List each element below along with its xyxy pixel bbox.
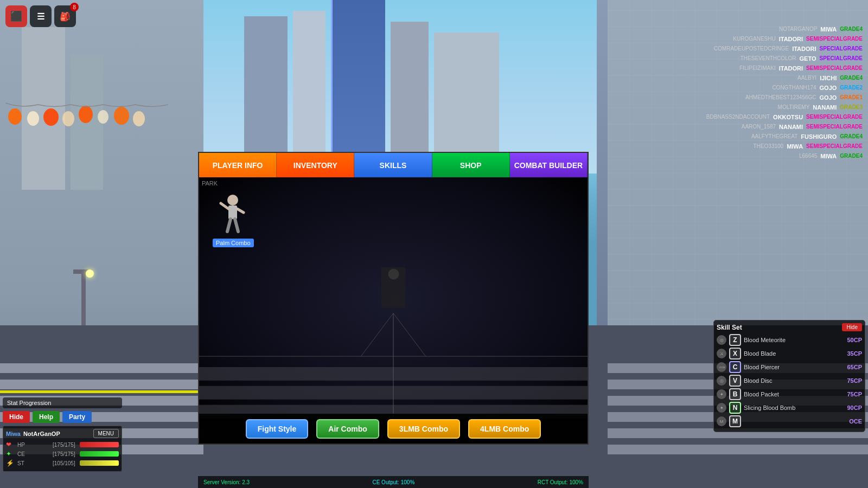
player-row: KUROGANESHU ITADORI SEMISPECIALGRADE [706, 34, 863, 44]
skill-panel: Skill Set Hide ◎ Z Blood Meteorite 50CP … [713, 320, 865, 432]
building-4 [391, 22, 429, 163]
skill-x-name: Blood Blade [744, 350, 844, 357]
help-button[interactable]: Help [33, 411, 60, 423]
player-row: AHMEDTHEBEST123456GC GOJO GRADE1 [706, 93, 863, 102]
air-combo-button[interactable]: Air Combo [316, 419, 379, 439]
server-version: Server Version: 2.3 [203, 479, 250, 485]
roblox-logo: ⬛ [10, 10, 22, 22]
skill-v-name: Blood Disc [744, 377, 844, 384]
skill-key-b: B [729, 388, 741, 400]
lantern-string [5, 108, 209, 119]
skill-key-z: Z [729, 334, 741, 346]
tab-combat-builder[interactable]: COMBAT BUILDER [510, 153, 588, 177]
ce-bar-container: ✦ CE [175/175] [6, 450, 119, 458]
skill-row-x: ⚔ X Blood Blade 35CP [717, 348, 862, 359]
skill-b-cost: 75CP [847, 391, 862, 397]
skill-z-name: Blood Meteorite [744, 337, 844, 343]
stat-progression-label: Stat Progression [3, 397, 122, 408]
svg-line-4 [227, 219, 231, 232]
party-button[interactable]: Party [62, 411, 92, 423]
player-row: THESEVENTHCOLOR GETO SPECIALGRADE [706, 54, 863, 63]
fight-style-button[interactable]: Fight Style [246, 419, 309, 439]
skill-n-name: Slicing Blood Bomb [744, 404, 844, 411]
player-faction: Miwa [6, 431, 21, 437]
character-sprite [215, 194, 251, 242]
tab-player-info[interactable]: PLAYER INFO [199, 153, 277, 177]
main-panel: PLAYER INFO INVENTORY SKILLS SHOP COMBAT… [198, 152, 589, 445]
player-list: NOTARGANOP MIWA GRADE4 KUROGANESHU ITADO… [706, 24, 863, 161]
skill-row-b: ✦ B Blood Packet 75CP [717, 388, 862, 400]
tab-bar: PLAYER INFO INVENTORY SKILLS SHOP COMBAT… [199, 153, 588, 177]
st-label: ST [17, 460, 50, 466]
player-row: AALBYI IJICHI GRADE4 [706, 73, 863, 83]
ground-perspective [199, 313, 588, 421]
building-3-blue [331, 0, 385, 174]
skill-key-x: X [729, 348, 741, 359]
menu-icon: ☰ [37, 11, 44, 22]
building-2 [293, 11, 326, 174]
player-row: AARON_1587 NANAMI SEMISPECIALGRADE [706, 122, 863, 132]
tab-skills[interactable]: SKILLS [354, 153, 432, 177]
roblox-menu-button[interactable]: ☰ [30, 5, 52, 27]
hp-label: HP [17, 442, 50, 448]
hp-value: [175/175] [53, 442, 75, 448]
st-bar-container: ⚡ ST [105/105] [6, 459, 119, 467]
ce-bar-fill [80, 451, 119, 457]
3lmb-combo-button[interactable]: 3LMB Combo [387, 419, 460, 439]
backpack-icon: 🎒 [60, 11, 71, 22]
st-value: [105/105] [53, 460, 75, 466]
hp-icon: ❤ [6, 441, 15, 448]
skill-b-icon: ✦ [717, 389, 726, 399]
player-row: L66645 MIWA GRADE4 [706, 151, 863, 161]
ce-output: CE Output: 100% [372, 479, 414, 485]
player-menu-button[interactable]: MENU [93, 429, 119, 438]
svg-rect-1 [228, 206, 237, 219]
svg-line-2 [221, 203, 228, 209]
roblox-home-button[interactable]: ⬛ [5, 5, 27, 27]
skill-x-cost: 35CP [847, 350, 862, 357]
location-label: PARK [202, 180, 218, 187]
svg-line-12 [393, 313, 426, 357]
st-bar-background [80, 460, 119, 466]
ce-value: [175/175] [53, 451, 75, 457]
skill-key-n: N [729, 402, 741, 414]
4lmb-combo-button[interactable]: 4LMB Combo [468, 419, 541, 439]
hp-bar-container: ❤ HP [175/175] [6, 441, 119, 448]
panel-content: PARK Palm Co [199, 177, 588, 421]
ce-icon: ✦ [6, 450, 15, 458]
panel-character: Palm Combo [215, 194, 251, 245]
player-card-header: Miwa NotArGanOP MENU [6, 429, 119, 438]
skill-z-icon: ◎ [717, 335, 726, 345]
skill-c-cost: 65CP [847, 364, 862, 370]
skill-v-icon: ◎ [717, 376, 726, 386]
player-card: Miwa NotArGanOP MENU ❤ HP [175/175] ✦ CE… [3, 426, 122, 472]
skill-key-m: M [729, 415, 741, 427]
tab-inventory[interactable]: INVENTORY [277, 153, 354, 177]
skill-set-label: Skill Set [717, 324, 742, 331]
skill-v-cost: 75CP [847, 377, 862, 384]
player-row: CONGTHANH174 GOJO GRADE2 [706, 83, 863, 93]
skill-c-icon: ⟹ [717, 362, 726, 372]
backpack-button-wrapper: 🎒 8 [54, 5, 76, 27]
player-row: BDBNASS2NDACCOUNT OKKOTSU SEMISPECIALGRA… [706, 112, 863, 122]
player-row: FILIPEIZIMAKI ITADORI SEMISPECIALGRADE [706, 63, 863, 73]
hide-button[interactable]: Hide [3, 411, 30, 423]
skill-panel-hide-button[interactable]: Hide [842, 323, 862, 331]
server-bar: Server Version: 2.3 CE Output: 100% RCT … [198, 476, 589, 488]
svg-line-11 [361, 313, 393, 357]
skill-row-n: ✦ N Slicing Blood Bomb 90CP [717, 402, 862, 414]
rct-output: RCT Output: 100% [538, 479, 583, 485]
skill-panel-header: Skill Set Hide [717, 323, 862, 331]
tab-shop[interactable]: SHOP [432, 153, 510, 177]
player-row: COMRADEUPOSTEDCRINGE ITADORI SPECIALGRAD… [706, 44, 863, 54]
ce-bar-background [80, 451, 119, 457]
player-row: NOTARGANOP MIWA GRADE4 [706, 24, 863, 34]
svg-line-5 [235, 219, 238, 232]
svg-point-0 [227, 195, 238, 206]
skill-n-icon: ✦ [717, 403, 726, 413]
action-buttons: Fight Style Air Combo 3LMB Combo 4LMB Co… [199, 414, 588, 444]
hp-bar-background [80, 442, 119, 447]
building-5 [434, 33, 499, 163]
skill-x-icon: ⚔ [717, 349, 726, 358]
player-row: AALFYTHEGREAT FUSHIGURO GRADE4 [706, 132, 863, 142]
